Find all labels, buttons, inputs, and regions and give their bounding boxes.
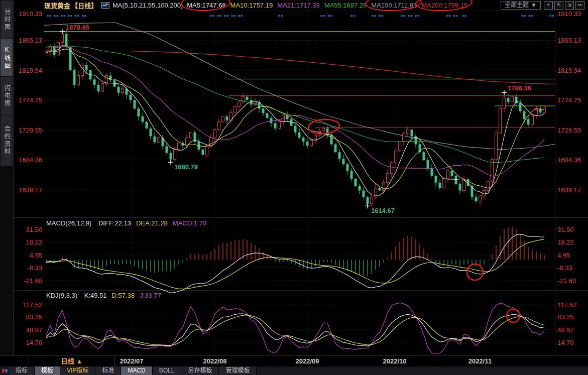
macd-value-0: DIFF:22.13 bbox=[98, 219, 131, 227]
kdj-value-2: J:33.77 bbox=[140, 292, 161, 299]
svg-text:1910.33: 1910.33 bbox=[19, 10, 42, 18]
x-axis-label: 2022/07 bbox=[120, 356, 144, 366]
pane-top-icon[interactable]: ⇱ bbox=[554, 1, 563, 10]
tab-VIP指标[interactable]: VIP指标 bbox=[60, 366, 95, 375]
svg-text:1786.36: 1786.36 bbox=[508, 84, 531, 92]
svg-text:1680.79: 1680.79 bbox=[174, 163, 198, 171]
theme-selector-button[interactable]: 全部主题 ▼ bbox=[501, 1, 541, 10]
pane-bottom-icon[interactable]: ⇲ bbox=[565, 1, 574, 10]
svg-text:4.95: 4.95 bbox=[557, 252, 570, 259]
ma-values: MA5:1747.68MA10:1757.19MA21:1717.33MA55:… bbox=[187, 2, 472, 9]
trading-app: 1910.331910.331865.131865.131819.941819.… bbox=[0, 0, 588, 375]
ma-value-ma10: MA10:1757.19 bbox=[230, 2, 273, 9]
tab-模板[interactable]: 模板 bbox=[35, 366, 60, 375]
ma-value-ma55: MA55:1687.29 bbox=[324, 2, 367, 9]
period-selector[interactable]: 日线 ▲ bbox=[29, 356, 115, 366]
svg-text:1684.36: 1684.36 bbox=[557, 156, 581, 164]
sidebar-item-4[interactable]: 合约资料 bbox=[1, 115, 13, 166]
svg-text:1910.33: 1910.33 bbox=[557, 10, 581, 18]
theme-selector-label: 全部主题 bbox=[505, 2, 529, 9]
svg-text:1684.36: 1684.36 bbox=[19, 156, 42, 164]
svg-text:1729.55: 1729.55 bbox=[557, 127, 581, 134]
chevron-down-icon: ▼ bbox=[531, 2, 537, 9]
svg-text:18.22: 18.22 bbox=[557, 238, 574, 246]
svg-text:1774.75: 1774.75 bbox=[19, 96, 42, 104]
macd-value-1: DEA:21.28 bbox=[136, 219, 168, 227]
x-axis-label: 2022/08 bbox=[203, 356, 227, 366]
svg-text:-8.33: -8.33 bbox=[27, 264, 42, 272]
kline-icon bbox=[101, 2, 109, 9]
svg-text:-8.33: -8.33 bbox=[557, 264, 572, 272]
sidebar-item-1[interactable]: 分时图 bbox=[1, 1, 13, 39]
tab-另存模板[interactable]: 另存模板 bbox=[181, 366, 219, 375]
macd-indicator-header: MACD(26,12,9) DIFF:22.13DEA:21.28MACD:1.… bbox=[46, 219, 211, 227]
svg-text:1639.17: 1639.17 bbox=[19, 186, 42, 194]
crosshair-icon[interactable]: + bbox=[544, 1, 553, 10]
svg-text:117.52: 117.52 bbox=[557, 301, 577, 309]
x-axis-label: 2022/09 bbox=[296, 356, 319, 366]
svg-text:1865.13: 1865.13 bbox=[19, 37, 42, 44]
macd-value-2: MACD:1.70 bbox=[173, 219, 206, 227]
period-name: 【日线】 bbox=[71, 1, 97, 10]
ma-value-ma100: MA100:1711.83 bbox=[371, 2, 417, 9]
svg-text:-21.60: -21.60 bbox=[24, 277, 42, 285]
sidebar-item-2[interactable]: K线图 bbox=[1, 39, 13, 76]
window-layout-buttons: +⇱⇲↦ bbox=[544, 1, 586, 10]
svg-text:48.97: 48.97 bbox=[26, 326, 42, 334]
chart-type-sidebar: 分时图K线图闪电图合约资料 bbox=[0, 0, 14, 356]
svg-text:83.25: 83.25 bbox=[557, 313, 574, 321]
svg-text:1819.94: 1819.94 bbox=[19, 67, 42, 74]
svg-text:1729.55: 1729.55 bbox=[19, 127, 42, 134]
ma-params: MA(5,10,21,55,100,200) bbox=[112, 2, 183, 9]
timeline-row: 日线 ▲ 2022/072022/082022/092022/102022/11 bbox=[0, 355, 588, 367]
app-logo bbox=[0, 366, 9, 375]
ma-value-ma200: MA200:1799.15 bbox=[421, 2, 467, 9]
tab-标准[interactable]: 标准 bbox=[95, 366, 121, 375]
svg-text:1774.75: 1774.75 bbox=[557, 96, 581, 104]
kdj-value-0: K:49.51 bbox=[84, 292, 107, 299]
svg-text:31.50: 31.50 bbox=[557, 226, 574, 233]
svg-text:1819.94: 1819.94 bbox=[557, 67, 581, 74]
kdj-value-1: D:57.38 bbox=[112, 292, 135, 299]
svg-text:-21.60: -21.60 bbox=[557, 277, 576, 285]
x-axis-label: 2022/11 bbox=[468, 356, 492, 366]
pane-pop-icon[interactable]: ↦ bbox=[575, 1, 584, 10]
symbol-name: 现货黄金 bbox=[44, 1, 70, 10]
ma-value-ma21: MA21:1717.33 bbox=[277, 2, 320, 9]
svg-text:14.70: 14.70 bbox=[557, 339, 574, 346]
svg-text:4.95: 4.95 bbox=[30, 252, 42, 259]
tab-管理模板[interactable]: 管理模板 bbox=[219, 366, 257, 375]
kline-chart-canvas[interactable]: 1910.331910.331865.131865.131819.941819.… bbox=[0, 0, 588, 375]
period-selector-label: 日线 bbox=[61, 357, 74, 365]
kdj-params: KDJ(9,3,3) bbox=[46, 292, 77, 299]
svg-text:1865.13: 1865.13 bbox=[557, 37, 581, 44]
indicator-tabs: 指标模板VIP指标标准MACDBOLL另存模板管理模板 bbox=[9, 366, 257, 375]
svg-text:48.97: 48.97 bbox=[557, 326, 574, 334]
macd-params: MACD(26,12,9) bbox=[46, 219, 91, 227]
bottom-tabbar: 指标模板VIP指标标准MACDBOLL另存模板管理模板 bbox=[0, 366, 588, 375]
kdj-indicator-header: KDJ(9,3,3) K:49.51D:57.38J:33.77 bbox=[46, 292, 166, 299]
svg-text:31.50: 31.50 bbox=[26, 226, 42, 233]
sidebar-item-3[interactable]: 闪电图 bbox=[1, 77, 13, 115]
tab-MACD[interactable]: MACD bbox=[121, 366, 152, 375]
tab-指标[interactable]: 指标 bbox=[9, 366, 35, 375]
svg-text:1639.17: 1639.17 bbox=[557, 186, 581, 194]
svg-text:1878.65: 1878.65 bbox=[66, 24, 89, 31]
svg-text:14.70: 14.70 bbox=[26, 339, 42, 346]
svg-text:83.25: 83.25 bbox=[26, 313, 42, 321]
svg-text:1614.67: 1614.67 bbox=[371, 207, 395, 214]
svg-text:18.22: 18.22 bbox=[26, 238, 42, 246]
tab-BOLL[interactable]: BOLL bbox=[153, 366, 182, 375]
ma-value-ma5: MA5:1747.68 bbox=[187, 2, 225, 9]
svg-text:117.52: 117.52 bbox=[23, 301, 42, 309]
triangle-up-icon: ▲ bbox=[76, 357, 82, 365]
x-axis-label: 2022/10 bbox=[383, 356, 407, 366]
chart-header: 现货黄金 【日线】 MA(5,10,21,55,100,200) MA5:174… bbox=[13, 0, 588, 11]
